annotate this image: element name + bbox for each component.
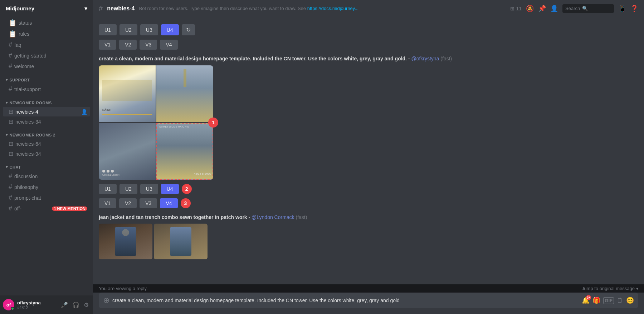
sidebar-item-philosophy[interactable]: # philosophy bbox=[3, 182, 90, 192]
v4-button[interactable]: V4 bbox=[160, 40, 177, 50]
section-chevron: ▾ bbox=[6, 78, 8, 82]
section-chevron: ▾ bbox=[6, 133, 8, 137]
help-icon[interactable]: ❓ bbox=[630, 5, 638, 13]
user-info: ofkrystyna #4812 bbox=[17, 300, 57, 310]
status-icon: 📋 bbox=[9, 19, 16, 27]
v3-button[interactable]: V3 bbox=[140, 40, 157, 50]
sidebar-item-label: faq bbox=[14, 42, 21, 48]
image-row: NÀIDH Cotola1 LocalN bbox=[99, 65, 638, 180]
threads-icon: ⊞ bbox=[510, 6, 514, 11]
u4-button-2[interactable]: U4 bbox=[161, 184, 179, 194]
u1-button[interactable]: U1 bbox=[99, 24, 117, 35]
prompt-text: create a clean, modern and material desi… bbox=[99, 56, 407, 61]
sidebar-item-off[interactable]: # off- 1 NEW MENTION bbox=[3, 203, 90, 214]
image-cell-1: NÀIDH bbox=[99, 65, 156, 122]
u3-button[interactable]: U3 bbox=[140, 24, 158, 35]
avatar-initials: of bbox=[6, 302, 11, 308]
sidebar-item-newbies-34[interactable]: ⊞ newbies-34 bbox=[3, 117, 90, 126]
v1-button[interactable]: V1 bbox=[99, 40, 116, 50]
sidebar-item-prompt-chat[interactable]: # prompt-chat bbox=[3, 193, 90, 203]
deafen-button[interactable]: 🎧 bbox=[71, 300, 81, 310]
v4-button-2[interactable]: V4 bbox=[160, 198, 177, 208]
sidebar-item-newbies-94[interactable]: ⊞ newbies-94 bbox=[3, 149, 90, 159]
sidebar-item-label: status bbox=[19, 20, 32, 26]
gift-icon[interactable]: 🎁 bbox=[592, 296, 600, 304]
sidebar-item-getting-started[interactable]: # getting-started bbox=[3, 50, 90, 61]
jean-jacket-images bbox=[99, 224, 638, 259]
pin-icon[interactable]: 📌 bbox=[538, 5, 546, 13]
user-actions: 🎤 🎧 ⚙ bbox=[59, 300, 90, 310]
section-newcomer-rooms-2[interactable]: ▾ NEWCOMER ROOMS 2 bbox=[0, 127, 93, 139]
message-group-1: U1 U2 U3 U4 ↻ V1 V2 V3 V4 bbox=[99, 23, 638, 50]
settings-button[interactable]: ⚙ bbox=[82, 300, 90, 310]
member-count: ⊞ 11 bbox=[510, 6, 522, 11]
u2-button-2[interactable]: U2 bbox=[119, 184, 137, 194]
sidebar-item-newbies-4[interactable]: ⊞ newbies-4 👤 bbox=[3, 107, 90, 116]
sidebar: Midjourney ▾ 📋 status 📋 rules # faq # ge… bbox=[0, 0, 93, 314]
grid-icon: ⊞ bbox=[9, 140, 13, 147]
u4-button[interactable]: U4 bbox=[161, 24, 179, 35]
section-label: CHAT bbox=[10, 165, 21, 169]
user-name: ofkrystyna bbox=[17, 300, 57, 305]
sidebar-item-rules[interactable]: 📋 rules bbox=[3, 29, 90, 39]
search-placeholder: Search bbox=[565, 6, 580, 11]
add-attachment-button[interactable]: ⊕ bbox=[103, 296, 109, 305]
avatar: of bbox=[3, 299, 14, 310]
add-member-icon[interactable]: 👤 bbox=[550, 5, 558, 13]
sidebar-item-newbies-64[interactable]: ⊞ newbies-64 bbox=[3, 139, 90, 149]
section-label: NEWCOMER ROOMS bbox=[10, 101, 52, 105]
messages-area: U1 U2 U3 U4 ↻ V1 V2 V3 V4 create a clean… bbox=[93, 17, 644, 284]
sidebar-item-faq[interactable]: # faq bbox=[3, 40, 90, 50]
v2-button[interactable]: V2 bbox=[119, 40, 137, 50]
v3-button-2[interactable]: V3 bbox=[140, 198, 157, 208]
mute-button[interactable]: 🎤 bbox=[59, 300, 69, 310]
header-actions: ⊞ 11 🔕 📌 👤 Search 🔍 📱 ❓ bbox=[510, 4, 638, 13]
v2-button-2[interactable]: V2 bbox=[119, 198, 137, 208]
sidebar-item-status[interactable]: 📋 status bbox=[3, 18, 90, 28]
fast-tag: (fast) bbox=[440, 56, 452, 61]
sidebar-item-trial-support[interactable]: # trial-support bbox=[3, 84, 90, 94]
reply-viewing-text: You are viewing a reply. bbox=[99, 286, 148, 291]
button-row-2: V1 V2 V3 V4 bbox=[99, 40, 638, 50]
message-input[interactable] bbox=[112, 298, 579, 303]
search-bar[interactable]: Search 🔍 bbox=[562, 4, 614, 13]
channel-header: # newbies-4 Bot room for new users. Type… bbox=[93, 0, 644, 17]
sidebar-item-label: newbies-4 bbox=[15, 109, 38, 115]
sidebar-item-label: rules bbox=[19, 31, 29, 37]
section-support[interactable]: ▾ SUPPORT bbox=[0, 72, 93, 84]
input-actions: 🔔 3+ 🎁 GIF 🗒 😊 bbox=[582, 296, 634, 304]
sidebar-item-label: newbies-34 bbox=[15, 119, 41, 125]
docs-link[interactable]: https://docs.midjourney... bbox=[307, 6, 359, 11]
sidebar-item-label: philosophy bbox=[14, 184, 38, 190]
message-group-3: jean jacket and tan trench combo sewn to… bbox=[99, 214, 638, 260]
sidebar-item-discussion[interactable]: # discussion bbox=[3, 171, 90, 181]
server-header[interactable]: Midjourney ▾ bbox=[0, 0, 93, 17]
image-container[interactable]: NÀIDH Cotola1 LocalN bbox=[99, 65, 213, 180]
gif-button[interactable]: GIF bbox=[603, 297, 614, 304]
image-grid: NÀIDH Cotola1 LocalN bbox=[99, 65, 213, 180]
u3-button-2[interactable]: U3 bbox=[140, 184, 158, 194]
fast-tag-3: (fast) bbox=[296, 214, 307, 220]
inbox-icon[interactable]: 📱 bbox=[618, 5, 626, 13]
member-count-value: 11 bbox=[516, 6, 522, 11]
u2-button[interactable]: U2 bbox=[119, 24, 137, 35]
sidebar-item-label: welcome bbox=[14, 64, 34, 69]
refresh-button[interactable]: ↻ bbox=[182, 24, 195, 35]
v1-button-2[interactable]: V1 bbox=[99, 198, 116, 208]
chevron-icon: ▾ bbox=[636, 286, 638, 291]
add-user-icon: 👤 bbox=[81, 109, 87, 115]
notifications-muted-icon[interactable]: 🔕 bbox=[526, 5, 534, 13]
section-chat[interactable]: ▾ CHAT bbox=[0, 159, 93, 171]
section-newcomer-rooms[interactable]: ▾ NEWCOMER ROOMS bbox=[0, 95, 93, 106]
server-chevron: ▾ bbox=[84, 5, 87, 12]
sticker-icon[interactable]: 🗒 bbox=[617, 297, 623, 304]
search-icon: 🔍 bbox=[582, 6, 588, 11]
jump-to-original[interactable]: Jump to original message ▾ bbox=[582, 286, 638, 291]
badge-1: 1 bbox=[208, 118, 218, 128]
badge-3: 3 bbox=[181, 198, 191, 208]
sidebar-item-welcome[interactable]: # welcome bbox=[3, 61, 90, 71]
sidebar-item-label: off- bbox=[14, 206, 21, 211]
user-discriminator: #4812 bbox=[17, 305, 57, 310]
emoji-icon[interactable]: 😊 bbox=[626, 296, 634, 304]
u1-button-2[interactable]: U1 bbox=[99, 184, 117, 194]
